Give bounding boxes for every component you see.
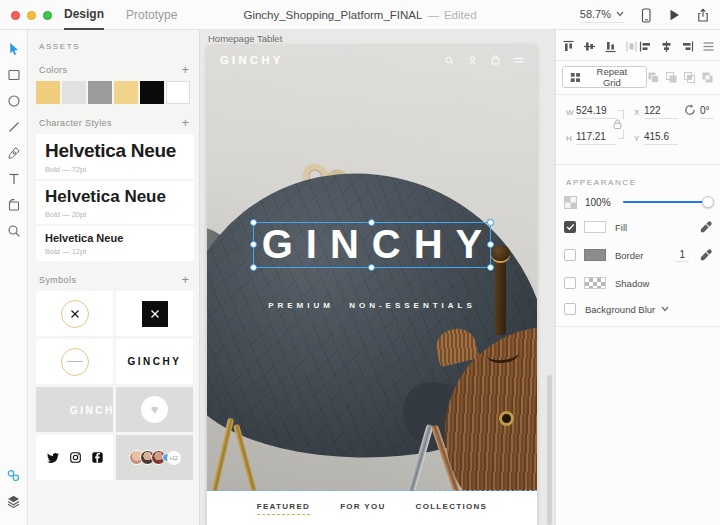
shadow-checkbox[interactable] xyxy=(564,277,576,289)
selection-handle[interactable] xyxy=(250,219,257,226)
boolean-exclude-icon[interactable] xyxy=(701,71,714,84)
boolean-add-icon[interactable] xyxy=(647,71,660,84)
y-input[interactable]: 415.6 xyxy=(644,131,678,145)
align-bottom-icon[interactable] xyxy=(604,40,617,53)
opacity-value[interactable]: 100% xyxy=(585,197,615,208)
play-icon[interactable] xyxy=(668,8,681,22)
pen-tool[interactable] xyxy=(4,143,24,163)
select-cursor-icon xyxy=(7,42,21,56)
distribute-vertical-icon[interactable] xyxy=(625,40,638,53)
x-input[interactable]: 122 xyxy=(644,105,678,119)
align-center-horizontal-icon[interactable] xyxy=(660,40,673,53)
color-swatch[interactable] xyxy=(88,81,112,104)
artboard-label[interactable]: Homepage Tablet xyxy=(208,33,282,44)
selection-handle[interactable] xyxy=(368,264,375,271)
tab-prototype[interactable]: Prototype xyxy=(126,0,177,30)
chevron-down-icon[interactable] xyxy=(661,306,669,312)
symbol-wordmark-inverse[interactable]: GINCHY xyxy=(36,387,113,432)
character-style-item[interactable]: Helvetica Neue Bold — 12pt xyxy=(36,226,194,261)
selection-handle[interactable] xyxy=(487,219,494,226)
selection-bounding-box[interactable] xyxy=(253,222,491,268)
repeat-grid-button[interactable]: Repeat Grid xyxy=(562,66,647,88)
selection-handle[interactable] xyxy=(368,219,375,226)
add-symbol-button[interactable]: + xyxy=(181,275,189,285)
character-style-item[interactable]: Helvetica Neue Bold — 72pt xyxy=(36,134,194,179)
line-tool[interactable] xyxy=(4,117,24,137)
mode-tabs: Design Prototype xyxy=(64,0,177,30)
border-color-swatch[interactable] xyxy=(584,249,606,261)
zoom-level-dropdown[interactable]: 58.7% xyxy=(580,8,624,23)
selection-handle[interactable] xyxy=(250,264,257,271)
share-icon[interactable] xyxy=(696,8,710,23)
rotation-input[interactable]: 0° xyxy=(700,105,714,119)
add-character-style-button[interactable]: + xyxy=(181,118,189,128)
border-checkbox[interactable] xyxy=(564,249,576,261)
symbol-close-circle[interactable] xyxy=(36,291,113,336)
artboard-tool[interactable] xyxy=(4,195,24,215)
opacity-slider[interactable] xyxy=(623,196,712,208)
symbol-close-square[interactable] xyxy=(116,291,193,336)
rectangle-tool[interactable] xyxy=(4,65,24,85)
character-style-item[interactable]: Helvetica Neue Bold — 20pt xyxy=(36,181,194,224)
wordmark-text: GINCHY xyxy=(128,356,182,367)
magnifier-icon xyxy=(7,224,21,238)
background-blur-checkbox[interactable] xyxy=(564,303,576,315)
nav-item-featured[interactable]: FEATURED xyxy=(257,502,310,515)
vertical-scrollbar[interactable] xyxy=(547,375,552,525)
align-toolbar xyxy=(562,37,715,55)
border-label: Border xyxy=(615,250,644,261)
minimize-window-button[interactable] xyxy=(27,11,36,20)
distribute-horizontal-icon[interactable] xyxy=(702,40,715,53)
color-swatch[interactable] xyxy=(62,81,86,104)
text-tool[interactable] xyxy=(4,169,24,189)
fill-checkbox[interactable] xyxy=(564,221,576,233)
align-top-icon[interactable] xyxy=(562,40,575,53)
artboard-homepage-tablet[interactable]: GINCHY GINCHY PREMIUM NON-ESSENT xyxy=(207,45,537,525)
close-window-button[interactable] xyxy=(11,11,20,20)
site-nav-bar: FEATURED FOR YOU COLLECTIONS xyxy=(207,491,537,525)
boolean-subtract-icon[interactable] xyxy=(665,71,678,84)
fullscreen-window-button[interactable] xyxy=(43,11,52,20)
symbol-social-links[interactable] xyxy=(36,435,113,480)
height-input[interactable]: 117.21 xyxy=(576,131,616,145)
assets-panel-toggle[interactable] xyxy=(4,465,24,485)
fill-color-swatch[interactable] xyxy=(584,221,606,233)
twitter-icon xyxy=(47,453,59,463)
align-middle-vertical-icon[interactable] xyxy=(583,40,596,53)
lock-aspect-toggle[interactable] xyxy=(612,116,623,134)
align-left-icon[interactable] xyxy=(639,40,652,53)
color-swatch[interactable] xyxy=(114,81,138,104)
symbol-wordmark[interactable]: GINCHY xyxy=(116,339,193,384)
symbol-badge-circle[interactable] xyxy=(36,339,113,384)
color-swatch[interactable] xyxy=(166,81,190,104)
symbol-avatar-stack[interactable]: +12 xyxy=(116,435,193,480)
width-input[interactable]: 524.19 xyxy=(576,105,616,119)
selection-handle[interactable] xyxy=(487,241,494,248)
background-blur-row: Background Blur xyxy=(564,302,712,316)
nav-item-collections[interactable]: COLLECTIONS xyxy=(416,502,488,514)
symbol-heart-button[interactable]: ♥ xyxy=(116,387,193,432)
add-color-button[interactable]: + xyxy=(181,65,189,75)
selection-handle[interactable] xyxy=(487,264,494,271)
zoom-tool[interactable] xyxy=(4,221,24,241)
boolean-intersect-icon[interactable] xyxy=(683,71,696,84)
opacity-slider-knob[interactable] xyxy=(702,196,714,208)
character-style-list: Helvetica Neue Bold — 72pt Helvetica Neu… xyxy=(28,134,199,261)
align-right-icon[interactable] xyxy=(681,40,694,53)
eyedropper-icon[interactable] xyxy=(699,249,712,262)
eyedropper-icon[interactable] xyxy=(699,221,712,234)
layers-panel-toggle[interactable] xyxy=(4,491,24,511)
nav-item-for-you[interactable]: FOR YOU xyxy=(340,502,385,514)
select-tool[interactable] xyxy=(4,39,24,59)
color-swatch[interactable] xyxy=(36,81,60,104)
canvas-area[interactable]: Homepage Tablet xyxy=(200,30,555,525)
border-width-input[interactable]: 1 xyxy=(675,249,689,262)
shadow-swatch[interactable] xyxy=(584,277,606,289)
device-preview-icon[interactable] xyxy=(639,8,653,23)
tab-design[interactable]: Design xyxy=(64,0,104,30)
ellipse-tool[interactable] xyxy=(4,91,24,111)
color-swatch[interactable] xyxy=(140,81,164,104)
layers-icon xyxy=(6,494,21,509)
hero-subtitle-text[interactable]: PREMIUM NON-ESSENTIALS xyxy=(207,301,537,310)
selection-handle[interactable] xyxy=(250,241,257,248)
